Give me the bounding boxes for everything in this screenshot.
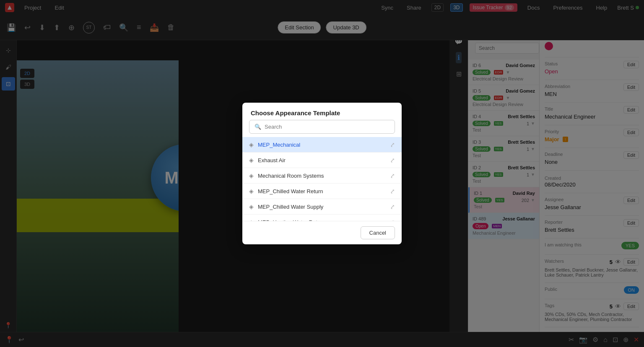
share-icon[interactable]: ⤤ [390, 141, 395, 148]
template-item-exhaust-air[interactable]: ◈ Exhaust Air ⤤ [242, 153, 402, 168]
modal-list: ◈ MEP_Mechanical ⤤ ◈ Exhaust Air ⤤ ◈ Mec… [242, 137, 402, 221]
modal-footer: Cancel [242, 221, 402, 244]
template-item-mep-mechanical[interactable]: ◈ MEP_Mechanical ⤤ [242, 137, 402, 153]
template-name: MEP_Mechanical [258, 142, 300, 148]
share-icon[interactable]: ⤤ [390, 172, 395, 179]
modal-search-input[interactable] [265, 124, 390, 130]
template-name: MEP_Heating Water Return [258, 219, 325, 221]
appearance-template-modal: Choose Appearance Template 🔍 ◈ MEP_Mecha… [242, 103, 402, 244]
template-item-heating-return[interactable]: ◈ MEP_Heating Water Return ⤤ [242, 215, 402, 221]
template-item-chilled-supply[interactable]: ◈ MEP_Chilled Water Supply ⤤ [242, 199, 402, 215]
template-icon: ◈ [249, 219, 254, 221]
template-icon: ◈ [249, 141, 254, 148]
template-item-chilled-return[interactable]: ◈ MEP_Chilled Water Return ⤤ [242, 184, 402, 199]
share-icon[interactable]: ⤤ [390, 157, 395, 163]
cancel-button[interactable]: Cancel [361, 226, 395, 239]
template-icon: ◈ [249, 172, 254, 179]
template-icon: ◈ [249, 203, 254, 210]
modal-title: Choose Appearance Template [242, 103, 402, 120]
modal-overlay: Choose Appearance Template 🔍 ◈ MEP_Mecha… [0, 0, 644, 347]
template-name: MEP_Chilled Water Supply [258, 204, 323, 210]
template-icon: ◈ [249, 188, 254, 194]
template-name: MEP_Chilled Water Return [258, 188, 323, 194]
share-icon[interactable]: ⤤ [390, 188, 395, 194]
share-icon[interactable]: ⤤ [390, 219, 395, 221]
template-name: Exhaust Air [258, 157, 286, 163]
template-name: Mechanical Room Systems [258, 173, 324, 179]
template-icon: ◈ [249, 157, 254, 163]
template-item-mechanical-room[interactable]: ◈ Mechanical Room Systems ⤤ [242, 168, 402, 184]
modal-search-icon: 🔍 [254, 124, 261, 130]
modal-search-container: 🔍 [249, 120, 395, 134]
share-icon[interactable]: ⤤ [390, 203, 395, 210]
